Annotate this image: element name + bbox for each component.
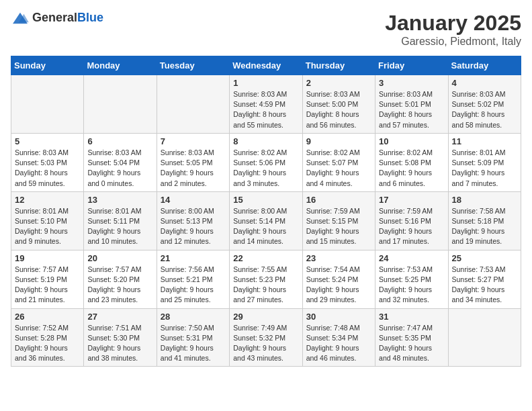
calendar-cell: 19Sunrise: 7:57 AM Sunset: 5:19 PM Dayli… xyxy=(11,250,84,308)
day-info: Sunrise: 8:01 AM Sunset: 5:10 PM Dayligh… xyxy=(15,206,80,247)
calendar-cell: 15Sunrise: 8:00 AM Sunset: 5:14 PM Dayli… xyxy=(230,191,302,250)
logo-general: General xyxy=(32,11,77,24)
day-info: Sunrise: 7:50 AM Sunset: 5:31 PM Dayligh… xyxy=(161,323,226,364)
day-number: 4 xyxy=(452,78,517,88)
day-number: 16 xyxy=(306,195,371,205)
calendar-cell: 16Sunrise: 7:59 AM Sunset: 5:15 PM Dayli… xyxy=(302,191,375,250)
header-cell-tuesday: Tuesday xyxy=(157,56,229,75)
day-info: Sunrise: 8:02 AM Sunset: 5:07 PM Dayligh… xyxy=(306,148,371,189)
calendar-cell: 4Sunrise: 8:03 AM Sunset: 5:02 PM Daylig… xyxy=(448,75,521,134)
calendar-cell: 6Sunrise: 8:03 AM Sunset: 5:04 PM Daylig… xyxy=(84,133,157,191)
day-number: 26 xyxy=(15,312,80,322)
day-info: Sunrise: 8:02 AM Sunset: 5:06 PM Dayligh… xyxy=(233,148,298,189)
day-number: 5 xyxy=(15,136,80,146)
logo-blue: Blue xyxy=(77,11,103,24)
calendar-cell: 24Sunrise: 7:53 AM Sunset: 5:25 PM Dayli… xyxy=(375,250,448,308)
calendar-cell xyxy=(448,308,521,367)
day-info: Sunrise: 7:51 AM Sunset: 5:30 PM Dayligh… xyxy=(87,323,152,364)
title-block: January 2025 Garessio, Piedmont, Italy xyxy=(385,11,521,48)
day-info: Sunrise: 8:03 AM Sunset: 4:59 PM Dayligh… xyxy=(233,89,298,130)
day-number: 6 xyxy=(87,136,152,146)
calendar-cell: 11Sunrise: 8:01 AM Sunset: 5:09 PM Dayli… xyxy=(448,133,521,191)
day-info: Sunrise: 8:03 AM Sunset: 5:04 PM Dayligh… xyxy=(87,148,152,189)
day-info: Sunrise: 8:02 AM Sunset: 5:08 PM Dayligh… xyxy=(379,148,444,189)
calendar-cell: 23Sunrise: 7:54 AM Sunset: 5:24 PM Dayli… xyxy=(302,250,375,308)
calendar-cell: 28Sunrise: 7:50 AM Sunset: 5:31 PM Dayli… xyxy=(157,308,229,367)
day-info: Sunrise: 8:03 AM Sunset: 5:03 PM Dayligh… xyxy=(15,148,80,189)
day-number: 12 xyxy=(15,195,80,205)
calendar-cell: 10Sunrise: 8:02 AM Sunset: 5:08 PM Dayli… xyxy=(375,133,448,191)
day-number: 29 xyxy=(233,312,298,322)
day-number: 20 xyxy=(87,253,152,263)
calendar-cell: 26Sunrise: 7:52 AM Sunset: 5:28 PM Dayli… xyxy=(11,308,84,367)
day-info: Sunrise: 8:03 AM Sunset: 5:00 PM Dayligh… xyxy=(306,89,371,130)
calendar-cell: 2Sunrise: 8:03 AM Sunset: 5:00 PM Daylig… xyxy=(302,75,375,134)
calendar-cell: 12Sunrise: 8:01 AM Sunset: 5:10 PM Dayli… xyxy=(11,191,84,250)
logo-icon xyxy=(11,11,30,25)
calendar-table: SundayMondayTuesdayWednesdayThursdayFrid… xyxy=(11,56,521,367)
calendar-cell: 7Sunrise: 8:03 AM Sunset: 5:05 PM Daylig… xyxy=(157,133,229,191)
day-number: 28 xyxy=(161,312,226,322)
day-info: Sunrise: 7:57 AM Sunset: 5:20 PM Dayligh… xyxy=(87,265,152,306)
calendar-cell: 18Sunrise: 7:58 AM Sunset: 5:18 PM Dayli… xyxy=(448,191,521,250)
calendar-week-4: 19Sunrise: 7:57 AM Sunset: 5:19 PM Dayli… xyxy=(11,250,521,308)
calendar-week-3: 12Sunrise: 8:01 AM Sunset: 5:10 PM Dayli… xyxy=(11,191,521,250)
day-info: Sunrise: 8:00 AM Sunset: 5:13 PM Dayligh… xyxy=(161,206,226,247)
calendar-week-5: 26Sunrise: 7:52 AM Sunset: 5:28 PM Dayli… xyxy=(11,308,521,367)
calendar-header: SundayMondayTuesdayWednesdayThursdayFrid… xyxy=(11,56,521,75)
day-info: Sunrise: 7:59 AM Sunset: 5:16 PM Dayligh… xyxy=(379,206,444,247)
header-cell-monday: Monday xyxy=(84,56,157,75)
day-number: 25 xyxy=(452,253,517,263)
day-number: 15 xyxy=(233,195,298,205)
calendar-cell: 17Sunrise: 7:59 AM Sunset: 5:16 PM Dayli… xyxy=(375,191,448,250)
day-number: 2 xyxy=(306,78,371,88)
day-info: Sunrise: 7:52 AM Sunset: 5:28 PM Dayligh… xyxy=(15,323,80,364)
header-cell-wednesday: Wednesday xyxy=(230,56,302,75)
day-number: 17 xyxy=(379,195,444,205)
calendar-week-1: 1Sunrise: 8:03 AM Sunset: 4:59 PM Daylig… xyxy=(11,75,521,134)
day-info: Sunrise: 8:03 AM Sunset: 5:02 PM Dayligh… xyxy=(452,89,517,130)
day-info: Sunrise: 7:54 AM Sunset: 5:24 PM Dayligh… xyxy=(306,265,371,306)
calendar-cell: 22Sunrise: 7:55 AM Sunset: 5:23 PM Dayli… xyxy=(230,250,302,308)
header-cell-sunday: Sunday xyxy=(11,56,84,75)
day-info: Sunrise: 7:59 AM Sunset: 5:15 PM Dayligh… xyxy=(306,206,371,247)
logo-text: GeneralBlue xyxy=(32,11,103,25)
logo: GeneralBlue xyxy=(11,11,103,25)
day-number: 23 xyxy=(306,253,371,263)
day-number: 3 xyxy=(379,78,444,88)
header-cell-saturday: Saturday xyxy=(448,56,521,75)
day-info: Sunrise: 8:03 AM Sunset: 5:01 PM Dayligh… xyxy=(379,89,444,130)
calendar-cell: 3Sunrise: 8:03 AM Sunset: 5:01 PM Daylig… xyxy=(375,75,448,134)
day-number: 14 xyxy=(161,195,226,205)
calendar-cell xyxy=(84,75,157,134)
calendar-cell: 27Sunrise: 7:51 AM Sunset: 5:30 PM Dayli… xyxy=(84,308,157,367)
calendar-cell: 31Sunrise: 7:47 AM Sunset: 5:35 PM Dayli… xyxy=(375,308,448,367)
calendar-cell: 5Sunrise: 8:03 AM Sunset: 5:03 PM Daylig… xyxy=(11,133,84,191)
day-info: Sunrise: 8:00 AM Sunset: 5:14 PM Dayligh… xyxy=(233,206,298,247)
day-info: Sunrise: 7:58 AM Sunset: 5:18 PM Dayligh… xyxy=(452,206,517,247)
day-number: 10 xyxy=(379,136,444,146)
day-number: 13 xyxy=(87,195,152,205)
calendar-cell: 25Sunrise: 7:53 AM Sunset: 5:27 PM Dayli… xyxy=(448,250,521,308)
calendar-cell: 21Sunrise: 7:56 AM Sunset: 5:21 PM Dayli… xyxy=(157,250,229,308)
day-info: Sunrise: 7:55 AM Sunset: 5:23 PM Dayligh… xyxy=(233,265,298,306)
calendar-cell: 1Sunrise: 8:03 AM Sunset: 4:59 PM Daylig… xyxy=(230,75,302,134)
day-number: 24 xyxy=(379,253,444,263)
day-number: 31 xyxy=(379,312,444,322)
calendar-week-2: 5Sunrise: 8:03 AM Sunset: 5:03 PM Daylig… xyxy=(11,133,521,191)
day-number: 11 xyxy=(452,136,517,146)
calendar-cell: 14Sunrise: 8:00 AM Sunset: 5:13 PM Dayli… xyxy=(157,191,229,250)
calendar-cell: 29Sunrise: 7:49 AM Sunset: 5:32 PM Dayli… xyxy=(230,308,302,367)
header-cell-friday: Friday xyxy=(375,56,448,75)
calendar-body: 1Sunrise: 8:03 AM Sunset: 4:59 PM Daylig… xyxy=(11,75,521,367)
header-cell-thursday: Thursday xyxy=(302,56,375,75)
calendar-cell: 9Sunrise: 8:02 AM Sunset: 5:07 PM Daylig… xyxy=(302,133,375,191)
calendar-cell: 13Sunrise: 8:01 AM Sunset: 5:11 PM Dayli… xyxy=(84,191,157,250)
day-info: Sunrise: 7:57 AM Sunset: 5:19 PM Dayligh… xyxy=(15,265,80,306)
day-info: Sunrise: 7:47 AM Sunset: 5:35 PM Dayligh… xyxy=(379,323,444,364)
day-info: Sunrise: 7:48 AM Sunset: 5:34 PM Dayligh… xyxy=(306,323,371,364)
day-number: 22 xyxy=(233,253,298,263)
calendar-cell: 30Sunrise: 7:48 AM Sunset: 5:34 PM Dayli… xyxy=(302,308,375,367)
day-number: 8 xyxy=(233,136,298,146)
day-info: Sunrise: 7:53 AM Sunset: 5:25 PM Dayligh… xyxy=(379,265,444,306)
